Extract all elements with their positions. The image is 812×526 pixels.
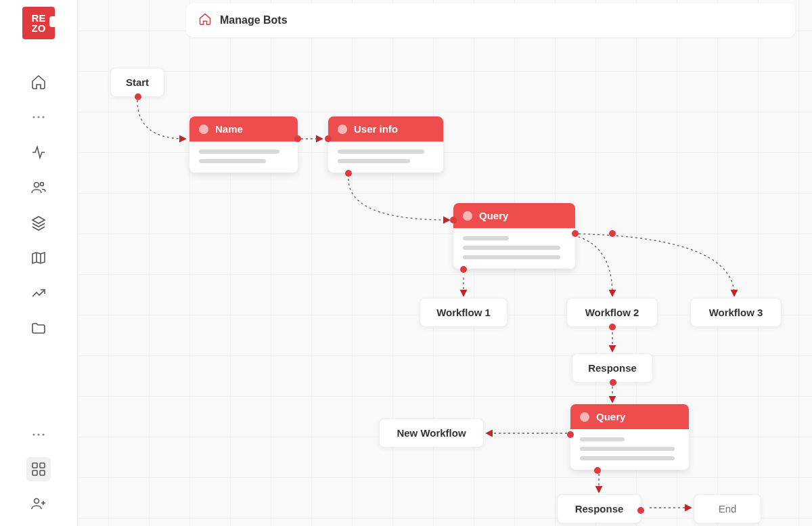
svg-point-4 <box>41 183 44 186</box>
node-start[interactable]: Start <box>110 68 164 97</box>
svg-rect-8 <box>32 463 37 468</box>
grid-icon[interactable] <box>26 457 51 481</box>
node-response1[interactable]: Response <box>572 353 653 382</box>
sidebar: RE ZO <box>0 0 78 526</box>
node-workflow2[interactable]: Workflow 2 <box>566 298 658 327</box>
more-bottom-icon[interactable] <box>30 426 47 443</box>
svg-point-7 <box>42 433 44 435</box>
flow-canvas[interactable]: Manage Bots Start <box>78 0 812 526</box>
header-bar: Manage Bots <box>186 3 795 37</box>
svg-rect-11 <box>40 470 45 475</box>
node-workflow1-label: Workflow 1 <box>436 307 491 318</box>
home-icon[interactable] <box>30 73 47 91</box>
layers-icon[interactable] <box>30 214 47 232</box>
activity-icon[interactable] <box>30 144 47 161</box>
svg-point-2 <box>42 116 44 118</box>
node-response2[interactable]: Response <box>557 494 641 523</box>
svg-point-3 <box>35 183 39 188</box>
map-icon[interactable] <box>30 249 47 267</box>
page-title: Manage Bots <box>220 14 288 26</box>
logo-line1: RE <box>32 13 46 23</box>
node-response1-label: Response <box>588 362 637 374</box>
node-newworkflow[interactable]: New Workflow <box>379 418 484 447</box>
node-query1-label: Query <box>479 210 508 221</box>
svg-point-12 <box>35 499 39 504</box>
svg-point-0 <box>32 116 35 118</box>
more-icon[interactable] <box>30 108 47 126</box>
node-query2-label: Query <box>596 411 625 422</box>
node-name-label: Name <box>215 123 243 135</box>
users-icon[interactable] <box>30 179 47 196</box>
node-workflow3[interactable]: Workflow 3 <box>690 298 782 327</box>
node-query1[interactable]: Query <box>453 203 575 269</box>
svg-point-5 <box>32 433 35 435</box>
node-end-label: End <box>719 503 737 514</box>
node-newworkflow-label: New Workflow <box>397 427 466 439</box>
node-start-label: Start <box>126 76 149 88</box>
manage-bots-icon <box>198 12 212 28</box>
node-userinfo-label: User info <box>354 123 398 135</box>
node-name[interactable]: Name <box>189 116 298 173</box>
app-logo[interactable]: RE ZO <box>22 7 55 39</box>
node-workflow1[interactable]: Workflow 1 <box>420 298 508 327</box>
svg-point-6 <box>37 433 39 435</box>
node-workflow3-label: Workflow 3 <box>709 307 763 318</box>
node-userinfo[interactable]: User info <box>328 116 443 173</box>
node-end[interactable]: End <box>694 494 761 523</box>
svg-rect-10 <box>32 470 37 475</box>
svg-rect-9 <box>40 463 45 468</box>
add-user-icon[interactable] <box>30 495 47 512</box>
logo-line2: ZO <box>32 23 46 33</box>
node-response2-label: Response <box>575 503 624 514</box>
trending-icon[interactable] <box>30 284 47 302</box>
node-workflow2-label: Workflow 2 <box>585 307 639 318</box>
node-query2[interactable]: Query <box>570 404 689 470</box>
svg-point-1 <box>37 116 39 118</box>
folder-icon[interactable] <box>30 320 47 337</box>
